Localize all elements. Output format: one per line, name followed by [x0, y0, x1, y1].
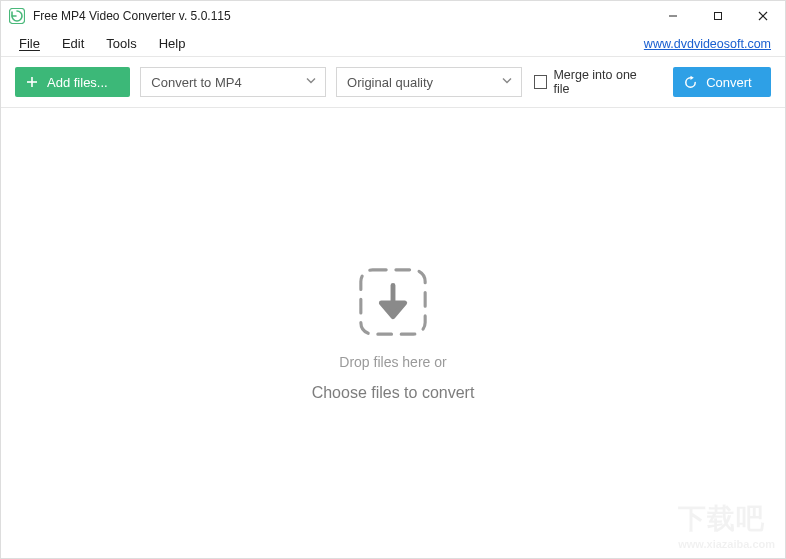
merge-checkbox[interactable]: Merge into one file [534, 68, 653, 96]
menu-tools[interactable]: Tools [98, 33, 150, 54]
checkbox-box-icon [534, 75, 548, 89]
titlebar: Free MP4 Video Converter v. 5.0.115 [1, 1, 785, 31]
maximize-button[interactable] [695, 1, 740, 31]
format-dropdown[interactable]: Convert to MP4 [140, 67, 326, 97]
plus-icon [25, 75, 39, 89]
svg-rect-2 [714, 13, 721, 20]
menu-edit[interactable]: Edit [54, 33, 98, 54]
drop-target-icon [355, 264, 431, 340]
close-button[interactable] [740, 1, 785, 31]
quality-dropdown[interactable]: Original quality [336, 67, 522, 97]
chevron-down-icon [305, 75, 317, 90]
site-link[interactable]: www.dvdvideosoft.com [644, 37, 775, 51]
add-files-button[interactable]: Add files... [15, 67, 130, 97]
merge-checkbox-label: Merge into one file [553, 68, 653, 96]
format-dropdown-value: Convert to MP4 [151, 75, 241, 90]
add-files-label: Add files... [47, 75, 108, 90]
menu-file[interactable]: File [11, 33, 54, 54]
window-title: Free MP4 Video Converter v. 5.0.115 [33, 9, 231, 23]
watermark: 下载吧 www.xiazaiba.com [678, 500, 775, 550]
toolbar: Add files... Convert to MP4 Original qua… [1, 57, 785, 108]
refresh-icon [683, 75, 698, 90]
quality-dropdown-value: Original quality [347, 75, 433, 90]
app-logo-icon [9, 8, 25, 24]
window-controls [650, 1, 785, 31]
drop-area[interactable]: Drop files here or Choose files to conve… [1, 108, 785, 558]
menu-help[interactable]: Help [151, 33, 200, 54]
convert-button[interactable]: Convert [673, 67, 771, 97]
drop-hint-line2[interactable]: Choose files to convert [312, 384, 475, 402]
chevron-down-icon [501, 75, 513, 90]
drop-hint-line1: Drop files here or [339, 354, 446, 370]
convert-label: Convert [706, 75, 752, 90]
menubar: File Edit Tools Help www.dvdvideosoft.co… [1, 31, 785, 57]
minimize-button[interactable] [650, 1, 695, 31]
